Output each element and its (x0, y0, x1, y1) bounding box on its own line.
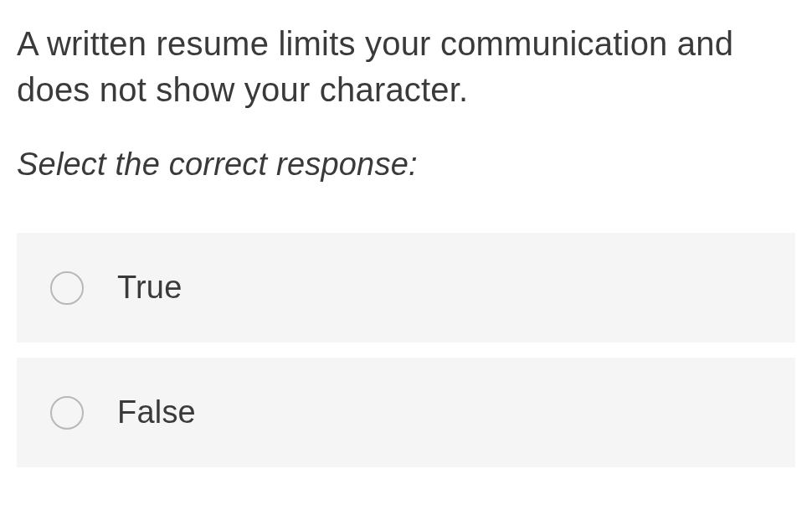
radio-icon (50, 396, 84, 430)
question-text: A written resume limits your communicati… (17, 21, 795, 113)
option-label: True (117, 270, 182, 306)
radio-icon (50, 271, 84, 305)
question-instruction: Select the correct response: (17, 147, 795, 183)
option-true[interactable]: True (17, 233, 795, 343)
option-label: False (117, 394, 196, 430)
option-false[interactable]: False (17, 358, 795, 467)
